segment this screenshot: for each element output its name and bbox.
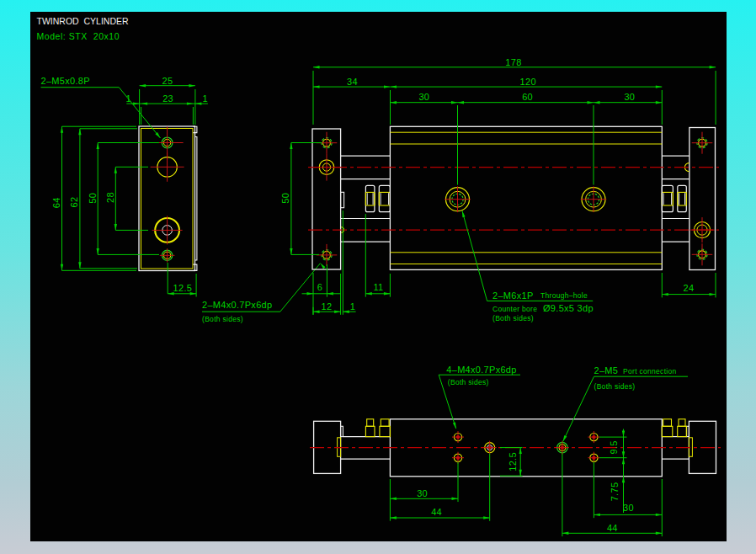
svg-text:Ø9.5x5 3dp: Ø9.5x5 3dp bbox=[543, 303, 594, 313]
svg-text:24: 24 bbox=[684, 283, 695, 293]
svg-text:34: 34 bbox=[347, 77, 358, 87]
svg-text:2–M5: 2–M5 bbox=[594, 365, 619, 376]
svg-text:6: 6 bbox=[317, 282, 322, 292]
svg-text:44: 44 bbox=[431, 507, 442, 517]
svg-text:4–M4x0.7Px6dp: 4–M4x0.7Px6dp bbox=[446, 365, 516, 375]
svg-text:60: 60 bbox=[522, 92, 533, 102]
svg-text:30: 30 bbox=[417, 488, 428, 498]
svg-text:30: 30 bbox=[623, 503, 634, 513]
svg-text:(Both sides): (Both sides) bbox=[492, 314, 534, 322]
svg-text:Counter bore: Counter bore bbox=[492, 305, 537, 313]
svg-text:Model: STX 20x10: Model: STX 20x10 bbox=[37, 31, 120, 41]
svg-text:30: 30 bbox=[624, 92, 635, 102]
svg-text:28: 28 bbox=[105, 192, 115, 203]
svg-text:Port connection: Port connection bbox=[623, 367, 677, 376]
svg-text:62: 62 bbox=[69, 197, 79, 208]
svg-text:12.5: 12.5 bbox=[173, 283, 193, 293]
svg-text:2–M5x0.8P: 2–M5x0.8P bbox=[41, 76, 90, 86]
svg-text:11: 11 bbox=[373, 282, 383, 292]
svg-text:TWINROD CYLINDER: TWINROD CYLINDER bbox=[37, 16, 130, 26]
svg-text:2–M6x1P: 2–M6x1P bbox=[492, 290, 534, 301]
svg-text:64: 64 bbox=[51, 197, 61, 208]
svg-text:(Both sides): (Both sides) bbox=[448, 378, 489, 386]
svg-text:Through–hole: Through–hole bbox=[540, 291, 588, 300]
svg-text:1: 1 bbox=[202, 93, 207, 104]
svg-text:120: 120 bbox=[520, 77, 536, 87]
svg-text:(Both sides): (Both sides) bbox=[594, 382, 636, 391]
svg-text:12.5: 12.5 bbox=[508, 452, 518, 471]
svg-text:2–M4x0.7Px6dp: 2–M4x0.7Px6dp bbox=[202, 300, 272, 310]
svg-text:25: 25 bbox=[162, 76, 173, 86]
svg-text:30: 30 bbox=[418, 92, 429, 102]
svg-text:1: 1 bbox=[350, 301, 355, 312]
svg-text:44: 44 bbox=[607, 523, 618, 533]
svg-text:9.5: 9.5 bbox=[610, 440, 620, 454]
svg-text:23: 23 bbox=[162, 93, 173, 104]
svg-text:12: 12 bbox=[321, 301, 332, 312]
svg-text:178: 178 bbox=[505, 57, 521, 67]
svg-text:50: 50 bbox=[88, 193, 98, 204]
svg-text:50: 50 bbox=[280, 193, 290, 204]
svg-text:7.75: 7.75 bbox=[610, 482, 620, 502]
svg-text:(Both sides): (Both sides) bbox=[202, 315, 243, 323]
